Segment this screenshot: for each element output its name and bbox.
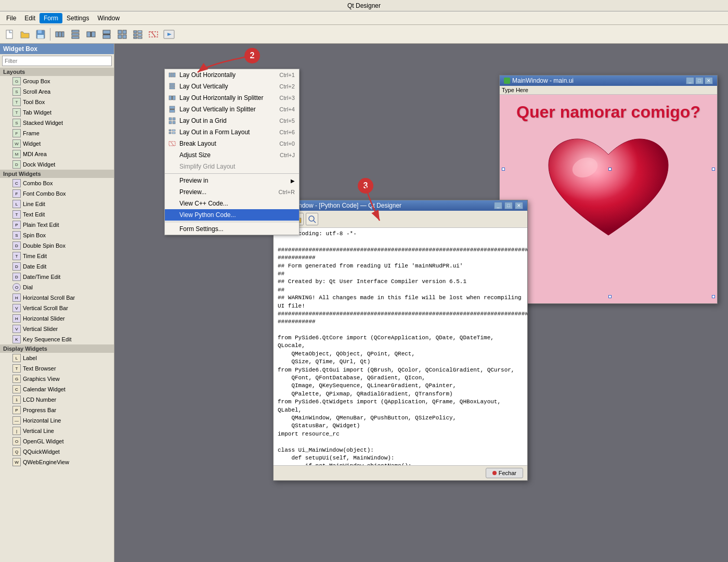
sel-handle-br[interactable] <box>712 295 715 298</box>
widget-item-qwebengineview[interactable]: W QWebEngineView <box>0 457 114 467</box>
python-find-btn[interactable] <box>306 213 318 225</box>
toolbar-open-btn[interactable] <box>18 27 32 42</box>
svg-rect-6 <box>62 32 64 37</box>
menu-file[interactable]: File <box>2 13 20 23</box>
toolbar-layout-vsplit-btn[interactable] <box>99 27 114 42</box>
widget-item-frame[interactable]: F Frame <box>0 128 114 138</box>
category-layouts[interactable]: Layouts <box>0 68 114 76</box>
form-menu-layout-form[interactable]: Lay Out in a Form Layout Ctrl+6 <box>165 126 299 138</box>
toolbar-layout-h-btn[interactable] <box>53 27 67 42</box>
lcdnumber-icon: 1 <box>12 395 21 404</box>
form-menu-view-cpp[interactable]: View C++ Code... <box>165 198 299 209</box>
form-menu-layout-h-shortcut: Ctrl+1 <box>279 72 295 78</box>
form-dropdown-sep1 <box>165 173 299 174</box>
widget-item-dockwidget[interactable]: D Dock Widget <box>0 159 114 170</box>
toolbar-preview-btn[interactable] <box>162 27 176 42</box>
widget-item-scrollarea[interactable]: S Scroll Area <box>0 86 114 97</box>
form-menu-previewin[interactable]: Preview in ▶ <box>165 175 299 186</box>
widget-item-doublespinbox[interactable]: D Double Spin Box <box>0 240 114 251</box>
widget-item-lineedit[interactable]: L Line Edit <box>0 199 114 209</box>
widget-item-hscrollbar[interactable]: H Horizontal Scroll Bar <box>0 292 114 303</box>
widget-item-dial[interactable]: O Dial <box>0 282 114 292</box>
form-menu-adjust[interactable]: Adjust Size Ctrl+J <box>165 149 299 161</box>
python-close-btn[interactable]: ✕ <box>515 202 523 209</box>
widget-item-qquickwidget[interactable]: Q QQuickWidget <box>0 446 114 457</box>
widget-item-combobox[interactable]: C Combo Box <box>0 178 114 188</box>
category-display[interactable]: Display Widgets <box>0 344 114 353</box>
widget-item-widget[interactable]: W Widget <box>0 138 114 149</box>
form-menu-layout-h[interactable]: Lay Out Horizontally Ctrl+1 <box>165 69 299 81</box>
widget-item-hslider[interactable]: H Horizontal Slider <box>0 313 114 324</box>
category-input[interactable]: Input Widgets <box>0 170 114 178</box>
python-code-area[interactable]: # -*- coding: utf-8 -*- ################… <box>274 228 527 465</box>
widget-item-graphicsview[interactable]: G Graphics View <box>0 374 114 384</box>
python-maximize-btn[interactable]: □ <box>504 202 513 209</box>
sel-handle-tr[interactable] <box>712 168 715 171</box>
sel-handle-tc[interactable] <box>608 168 612 171</box>
adjust-icon <box>168 151 176 159</box>
python-minimize-btn[interactable]: _ <box>494 202 502 209</box>
main-ui-menu[interactable]: Type Here <box>500 86 717 95</box>
form-menu-layout-vsplit[interactable]: Lay Out Vertically in Splitter Ctrl+4 <box>165 104 299 115</box>
svg-line-56 <box>314 221 316 223</box>
widget-item-opengl[interactable]: O OpenGL Widget <box>0 436 114 446</box>
widget-item-spinbox[interactable]: S Spin Box <box>0 230 114 240</box>
widget-item-progressbar[interactable]: P Progress Bar <box>0 405 114 415</box>
form-menu-break-layout[interactable]: Break Layout Ctrl+0 <box>165 138 299 149</box>
widget-item-keysequenceedit[interactable]: K Key Sequence Edit <box>0 334 114 344</box>
widget-item-plaintextedit[interactable]: P Plain Text Edit <box>0 220 114 230</box>
widget-item-groupbox[interactable]: G Group Box <box>0 76 114 86</box>
widget-item-label[interactable]: L Label <box>0 353 114 363</box>
widget-item-fontcombo[interactable]: F Font Combo Box <box>0 188 114 199</box>
form-menu-layout-v[interactable]: Lay Out Vertically Ctrl+2 <box>165 81 299 92</box>
sel-handle-tl[interactable] <box>502 168 505 171</box>
previewin-arrow: ▶ <box>291 178 295 184</box>
svg-rect-20 <box>134 31 137 33</box>
widget-item-vline[interactable]: | Vertical Line <box>0 426 114 436</box>
menu-edit[interactable]: Edit <box>20 13 40 23</box>
widget-item-timeedit[interactable]: T Time Edit <box>0 251 114 261</box>
widget-item-datetimeedit[interactable]: D Date/Time Edit <box>0 272 114 282</box>
toolbar-new-btn[interactable] <box>2 27 17 42</box>
main-ui-maximize-btn[interactable]: □ <box>695 77 704 84</box>
form-menu-layout-vsplit-shortcut: Ctrl+4 <box>279 106 295 112</box>
form-menu-settings[interactable]: Form Settings... <box>165 223 299 235</box>
widget-item-tabwidget[interactable]: T Tab Widget <box>0 107 114 118</box>
toolbar-layout-formlayout-btn[interactable] <box>131 27 145 42</box>
widget-item-dateedit[interactable]: D Date Edit <box>0 261 114 272</box>
widget-item-vslider[interactable]: V Vertical Slider <box>0 324 114 334</box>
main-ui-close-btn[interactable]: ✕ <box>705 77 713 84</box>
widget-item-toolbox[interactable]: T Tool Box <box>0 97 114 107</box>
toolbar-layout-grid-btn[interactable] <box>115 27 129 42</box>
sel-handle-bc[interactable] <box>608 295 612 298</box>
menu-form[interactable]: Form <box>40 13 62 23</box>
widget-item-calendar[interactable]: C Calendar Widget <box>0 384 114 394</box>
form-menu-view-python[interactable]: View Python Code... <box>165 209 299 221</box>
main-ui-window-buttons: _ □ ✕ <box>686 77 713 84</box>
widget-item-textedit[interactable]: T Text Edit <box>0 209 114 220</box>
widget-item-vscrollbar[interactable]: V Vertical Scroll Bar <box>0 303 114 313</box>
toolbar-save-btn[interactable] <box>33 27 48 42</box>
stacked-icon: S <box>12 119 21 127</box>
toolbar-layout-hsplit-btn[interactable] <box>84 27 98 42</box>
widget-item-hline[interactable]: — Horizontal Line <box>0 415 114 426</box>
widget-tabwidget-label: Tab Widget <box>23 109 51 116</box>
widget-item-stacked[interactable]: S Stacked Widget <box>0 118 114 128</box>
form-menu-preview[interactable]: Preview... Ctrl+R <box>165 186 299 198</box>
main-ui-minimize-btn[interactable]: _ <box>686 77 694 84</box>
widget-item-mdiarea[interactable]: M MDI Area <box>0 149 114 159</box>
code-line: def setupUi(self, MainWindow): <box>278 454 523 462</box>
form-menu-layout-hsplit[interactable]: Lay Out Horizontally in Splitter Ctrl+3 <box>165 92 299 104</box>
widget-filter-input[interactable] <box>2 56 112 66</box>
widget-item-textbrowser[interactable]: T Text Browser <box>0 363 114 374</box>
widget-item-lcdnumber[interactable]: 1 LCD Number <box>0 394 114 405</box>
menu-window[interactable]: Window <box>93 13 124 23</box>
heart-text: Quer namorar comigo? <box>500 103 717 122</box>
form-menu-simplifygrid[interactable]: Simplify Grid Layout <box>165 161 299 172</box>
toolbar-layout-v-btn[interactable] <box>68 27 83 42</box>
form-menu-layout-grid[interactable]: Lay Out in a Grid Ctrl+5 <box>165 115 299 126</box>
widget-lcdnumber-label: LCD Number <box>23 397 56 403</box>
toolbar-break-layout-btn[interactable] <box>146 27 161 42</box>
fechar-button[interactable]: Fechar <box>486 468 523 478</box>
menu-settings[interactable]: Settings <box>62 13 93 23</box>
